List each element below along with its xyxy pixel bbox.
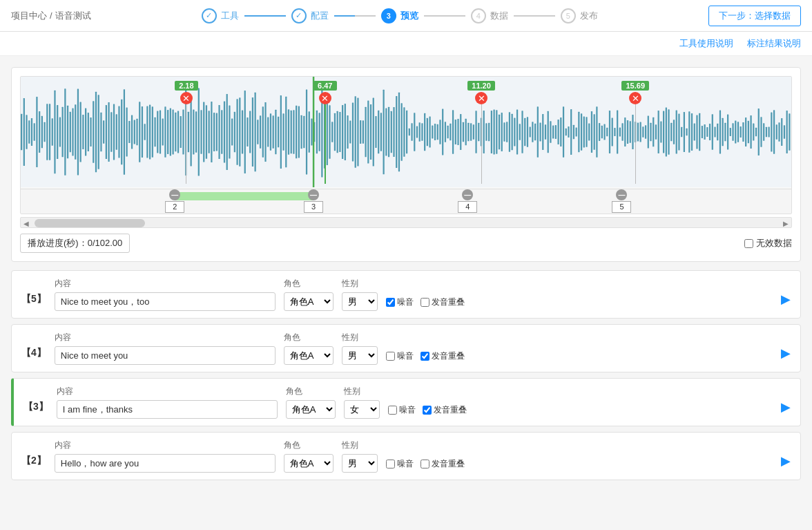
svg-rect-263 (694, 124, 695, 141)
svg-rect-130 (352, 102, 354, 161)
role-select[interactable]: 角色A 角色B (284, 292, 334, 311)
repeat-checkbox-item[interactable]: 发音重叠 (420, 458, 465, 470)
tool-guide-link[interactable]: 工具使用说明 (679, 38, 733, 48)
svg-rect-288 (758, 108, 760, 155)
repeat-checkbox-item[interactable]: 发音重叠 (420, 296, 465, 308)
svg-rect-272 (717, 124, 718, 141)
breadcrumb-home[interactable]: 项目中心 (11, 10, 47, 22)
svg-rect-224 (594, 114, 595, 149)
role-select[interactable]: 角色A 角色B (284, 346, 334, 365)
svg-rect-275 (724, 123, 726, 141)
svg-rect-228 (603, 124, 605, 140)
svg-rect-247 (652, 117, 654, 146)
svg-rect-151 (406, 111, 407, 153)
repeat-checkbox[interactable] (423, 406, 432, 415)
svg-rect-214 (568, 126, 569, 138)
scrollbar-left-arrow[interactable]: ◀ (22, 219, 30, 227)
svg-rect-43 (128, 121, 130, 143)
svg-rect-89 (246, 117, 248, 146)
scrollbar-thumb[interactable] (35, 219, 145, 227)
next-button[interactable]: 下一步：选择数据 (708, 6, 801, 26)
svg-rect-173 (463, 122, 464, 142)
svg-rect-180 (481, 118, 482, 146)
svg-rect-26 (85, 108, 86, 155)
svg-rect-49 (144, 124, 146, 140)
waveform-area[interactable]: // We'll generate waveform in the main s… (20, 76, 792, 214)
invalid-checkbox[interactable] (744, 239, 753, 248)
svg-rect-45 (134, 120, 135, 144)
content-group: 内容 (57, 386, 278, 419)
svg-rect-92 (255, 93, 256, 172)
repeat-checkbox-item[interactable]: 发音重叠 (423, 404, 467, 416)
noise-checkbox[interactable] (386, 352, 395, 361)
svg-rect-259 (684, 112, 685, 152)
checkboxes: 噪音 发音重叠 (386, 335, 465, 362)
content-input[interactable] (55, 346, 276, 365)
svg-rect-291 (766, 127, 767, 137)
svg-rect-18 (64, 88, 66, 175)
gender-select[interactable]: 男 女 (344, 400, 380, 419)
svg-rect-111 (303, 116, 304, 148)
repeat-checkbox[interactable] (420, 352, 429, 361)
repeat-checkbox[interactable] (420, 460, 429, 469)
role-label: 角色 (284, 332, 334, 343)
role-select[interactable]: 角色A 角色B (286, 400, 336, 419)
content-input[interactable] (55, 454, 276, 473)
svg-rect-193 (514, 118, 515, 146)
svg-rect-135 (365, 107, 366, 157)
content-input[interactable] (55, 292, 276, 311)
noise-checkbox[interactable] (386, 460, 395, 469)
svg-rect-192 (512, 114, 513, 150)
play-button[interactable]: ▶ (781, 278, 791, 307)
noise-checkbox-item[interactable]: 噪音 (386, 350, 414, 362)
gender-select[interactable]: 男 女 (342, 454, 378, 473)
svg-rect-186 (496, 110, 497, 153)
sentence-row-2: 【4】 内容 角色 角色A 角色B 性别 男 女 (11, 324, 801, 372)
play-button[interactable]: ▶ (781, 386, 791, 415)
svg-rect-176 (470, 123, 472, 140)
step-line-2 (334, 15, 376, 17)
svg-rect-277 (730, 128, 731, 136)
role-select[interactable]: 角色A 角色B (284, 454, 334, 473)
marker-1-close[interactable]: ✕ (180, 92, 193, 104)
noise-checkbox-item[interactable]: 噪音 (386, 296, 414, 308)
svg-rect-3 (26, 115, 27, 149)
breadcrumb-sep: / (50, 10, 52, 21)
svg-rect-104 (285, 97, 287, 167)
svg-rect-261 (688, 111, 690, 152)
svg-rect-140 (378, 111, 379, 154)
scrollbar-right-arrow[interactable]: ▶ (782, 219, 790, 227)
svg-rect-292 (768, 127, 770, 138)
noise-checkbox[interactable] (388, 406, 397, 415)
svg-rect-280 (737, 122, 739, 142)
svg-rect-216 (573, 125, 574, 139)
noise-checkbox[interactable] (386, 298, 395, 307)
svg-rect-293 (771, 113, 772, 152)
svg-rect-16 (59, 117, 61, 147)
svg-rect-71 (200, 110, 202, 154)
annotation-guide-link[interactable]: 标注结果说明 (747, 38, 801, 48)
svg-rect-32 (100, 113, 102, 151)
sentence-index: 【3】 (23, 386, 48, 413)
svg-rect-181 (483, 111, 485, 153)
svg-rect-24 (80, 102, 81, 162)
repeat-checkbox-item[interactable]: 发音重叠 (420, 350, 465, 362)
noise-checkbox-item[interactable]: 噪音 (386, 458, 414, 470)
repeat-checkbox[interactable] (420, 298, 429, 307)
svg-rect-197 (524, 118, 525, 146)
svg-rect-253 (668, 109, 669, 155)
gender-select[interactable]: 男 女 (342, 346, 378, 365)
svg-rect-51 (149, 105, 151, 160)
content-input[interactable] (57, 400, 278, 419)
role-group: 角色 角色A 角色B (286, 386, 336, 419)
gender-select[interactable]: 男 女 (342, 292, 378, 311)
svg-rect-117 (319, 113, 320, 151)
noise-checkbox-item[interactable]: 噪音 (388, 404, 416, 416)
svg-rect-33 (103, 120, 104, 144)
seg-dot-1: — (169, 189, 180, 200)
svg-rect-212 (563, 106, 564, 157)
svg-rect-95 (262, 106, 264, 158)
scrollbar-area[interactable]: ◀ ▶ (20, 217, 792, 228)
play-button[interactable]: ▶ (781, 439, 791, 469)
play-button[interactable]: ▶ (781, 332, 791, 361)
